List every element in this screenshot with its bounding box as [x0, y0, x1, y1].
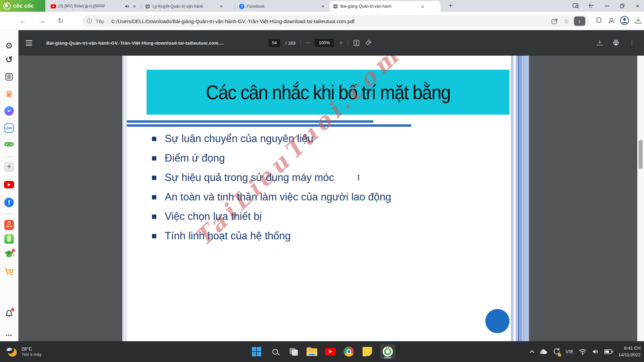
pdf-download-icon[interactable]: [596, 40, 603, 46]
extensions-puzzle-icon[interactable]: [595, 17, 603, 24]
forward-icon[interactable]: →: [38, 16, 45, 25]
pdf-document-title: Bài-giảng-Quản-trị-vận-hành-GV.-Trần-Việ…: [46, 41, 224, 46]
tab-youtube[interactable]: (3) [MV] Solar(솔라)(MAM ×: [48, 1, 140, 12]
tab-title: Lý-thuyết-Quản-trị-vận-hành: [153, 4, 216, 9]
notifications-bell-icon[interactable]: [5, 309, 13, 318]
tab-facebook[interactable]: f Facebook ×: [236, 1, 329, 12]
restore-button[interactable]: [618, 2, 627, 10]
youtube-icon: [51, 4, 56, 8]
weather-widget[interactable]: 28°C Trời ít mây: [5, 341, 42, 362]
crown-icon[interactable]: ♛: [5, 89, 13, 100]
tab-close-icon[interactable]: ×: [132, 3, 137, 9]
reload-icon[interactable]: ↻: [58, 16, 64, 25]
taskbar-icons: [251, 341, 395, 362]
zalo-icon[interactable]: Zalo: [4, 123, 14, 133]
pdf-more-icon[interactable]: ⋮: [629, 40, 635, 47]
add-app-button[interactable]: +: [4, 162, 14, 172]
bullet-item: Việc chọn lựa thiết bị: [152, 207, 391, 226]
page-number-input[interactable]: 54: [268, 39, 280, 47]
history-icon[interactable]: ↺: [5, 55, 13, 65]
tab-title: (3) [MV] Solar(솔라)(MAM: [58, 3, 122, 9]
youtube-sidebar-icon[interactable]: [4, 181, 14, 188]
settings-gear-icon[interactable]: ⚙: [5, 41, 13, 51]
profile-avatar[interactable]: [620, 16, 629, 25]
sidebar-more-icon[interactable]: •••: [6, 333, 12, 338]
clock-widget[interactable]: 8:41 CH 14/11/2022: [618, 345, 641, 358]
slide-right-border: [511, 56, 514, 341]
download-active-icon[interactable]: ↓: [574, 16, 585, 26]
tab-lythuyet[interactable]: Lý-thuyết-Quản-trị-vận-hành ×: [142, 1, 234, 12]
zoom-level-input[interactable]: 100%: [315, 39, 334, 47]
battery-app-icon[interactable]: [4, 234, 14, 244]
language-indicator[interactable]: VIE: [566, 349, 574, 354]
taskbar-search-icon[interactable]: [269, 346, 281, 357]
share-icon[interactable]: [551, 18, 559, 24]
tab-baigiang-active[interactable]: Bài-giảng-Quản-trị-vận-hành ×: [330, 1, 440, 12]
new-tab-button[interactable]: +: [446, 2, 455, 10]
print-icon[interactable]: [612, 40, 620, 46]
music-icon[interactable]: [608, 17, 615, 24]
bullet-marker: [152, 176, 156, 180]
battery-icon[interactable]: [604, 349, 613, 354]
onedrive-cloud-icon[interactable]: [539, 349, 547, 355]
wifi-icon[interactable]: [579, 349, 587, 355]
pdf-toolbar-right: ⋮: [596, 40, 635, 47]
tab-close-icon[interactable]: ×: [420, 4, 425, 9]
sidebar-divider: [5, 214, 13, 214]
volume-icon[interactable]: [592, 349, 599, 355]
bullet-marker: [152, 195, 156, 199]
reading-list-icon[interactable]: [5, 73, 13, 80]
start-button[interactable]: [251, 346, 262, 357]
taskbar-youtube-icon[interactable]: [325, 346, 336, 357]
pdf-menu-icon[interactable]: [26, 40, 32, 45]
sticky-notes-icon[interactable]: [362, 346, 373, 357]
title-underline-2: [127, 124, 411, 127]
bookmark-star-icon[interactable]: ☆: [564, 17, 569, 25]
info-icon[interactable]: ⓘ: [87, 18, 92, 25]
rotate-icon[interactable]: [365, 40, 371, 46]
globe-icon: [145, 4, 150, 9]
sync-icon[interactable]: [552, 347, 560, 356]
tab-audio-icon[interactable]: [124, 4, 129, 9]
file-scheme-label: Tệp: [96, 18, 104, 24]
bullet-item: An toàn và tinh thần làm việc của người …: [152, 187, 391, 207]
downloads-tray-icon[interactable]: [634, 17, 642, 24]
tray-chevron-icon[interactable]: [530, 350, 534, 355]
coccoc-taskbar-icon[interactable]: [380, 344, 395, 359]
bullet-marker: [152, 137, 156, 141]
pdf-viewport[interactable]: Các cân nhắc khi bố trí mặt bằng TaiLieu…: [18, 56, 637, 341]
messenger-icon[interactable]: [4, 106, 14, 116]
cart-icon[interactable]: [4, 267, 14, 276]
zoom-out-icon[interactable]: −: [306, 39, 310, 47]
shopee-icon[interactable]: 15.11: [4, 220, 14, 230]
gamepad-icon[interactable]: [4, 141, 14, 148]
facebook-sidebar-icon[interactable]: f: [4, 198, 14, 207]
coccoc-brand[interactable]: cốc cốc: [0, 0, 45, 12]
pdf-toolbar: Bài-giảng-Quản-trị-vận-hành-GV.-Trần-Việ…: [18, 30, 644, 56]
slide-left-border: [123, 56, 124, 341]
zoom-in-icon[interactable]: +: [339, 39, 343, 47]
graduation-cap-icon[interactable]: [4, 250, 14, 258]
bullet-marker: [152, 234, 156, 238]
arrow-left-icon[interactable]: [587, 2, 596, 10]
close-button[interactable]: ×: [633, 2, 642, 10]
tab-title: Facebook: [247, 4, 281, 9]
vertical-scrollbar[interactable]: [637, 56, 644, 341]
task-view-icon[interactable]: [288, 346, 299, 357]
tab-close-icon[interactable]: ×: [219, 3, 224, 9]
address-bar: ← → ↻ ⓘ Tệp C:/Users/DELL/Downloads/Bài-…: [0, 12, 644, 30]
fit-page-icon[interactable]: [353, 40, 360, 46]
bullet-item: Sự hiệu quả trong sử dụng máy móc: [152, 168, 391, 187]
url-field[interactable]: ⓘ Tệp C:/Users/DELL/Downloads/Bài-giảng-…: [82, 15, 589, 27]
windows-taskbar: 28°C Trời ít mây VIE: [0, 341, 644, 362]
file-explorer-icon[interactable]: [306, 346, 318, 357]
back-icon[interactable]: ←: [19, 16, 26, 25]
minimize-button[interactable]: [602, 2, 611, 10]
url-text[interactable]: C:/Users/DELL/Downloads/Bài-giảng-Quản-t…: [111, 18, 547, 24]
tab-search-icon[interactable]: [572, 2, 580, 10]
bullet-item: Tính linh hoạt của hệ thống: [152, 226, 391, 246]
chrome-icon[interactable]: [343, 346, 355, 357]
scrollbar-thumb[interactable]: [639, 140, 643, 169]
tab-close-icon[interactable]: ×: [320, 3, 326, 9]
text-cursor: I: [357, 174, 360, 182]
